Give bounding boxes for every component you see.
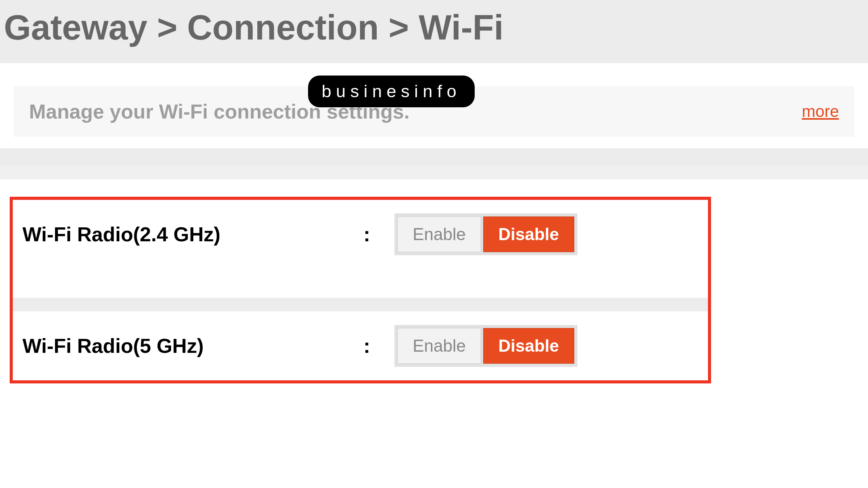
wifi-radio-24-row: Wi-Fi Radio(2.4 GHz) : Enable Disable bbox=[13, 200, 708, 269]
colon: : bbox=[363, 223, 394, 246]
wifi-radio-5-toggle: Enable Disable bbox=[394, 325, 577, 367]
wifi-radio-5-label: Wi-Fi Radio(5 GHz) bbox=[22, 334, 363, 357]
watermark-badge: businesinfo bbox=[308, 76, 475, 107]
wifi-radio-24-enable-button[interactable]: Enable bbox=[398, 217, 481, 252]
wifi-radio-24-toggle: Enable Disable bbox=[394, 213, 577, 255]
wifi-radio-24-label: Wi-Fi Radio(2.4 GHz) bbox=[22, 223, 363, 246]
wifi-radio-24-disable-button[interactable]: Disable bbox=[483, 217, 574, 252]
wifi-radio-highlight-box: Wi-Fi Radio(2.4 GHz) : Enable Disable Wi… bbox=[10, 197, 711, 383]
wifi-radio-5-disable-button[interactable]: Disable bbox=[483, 328, 574, 364]
more-link[interactable]: more bbox=[802, 102, 839, 121]
colon: : bbox=[363, 334, 394, 357]
breadcrumb: Gateway > Connection > Wi-Fi bbox=[4, 8, 864, 48]
wifi-radio-5-row: Wi-Fi Radio(5 GHz) : Enable Disable bbox=[13, 311, 708, 380]
wifi-radio-5-enable-button[interactable]: Enable bbox=[398, 328, 481, 364]
